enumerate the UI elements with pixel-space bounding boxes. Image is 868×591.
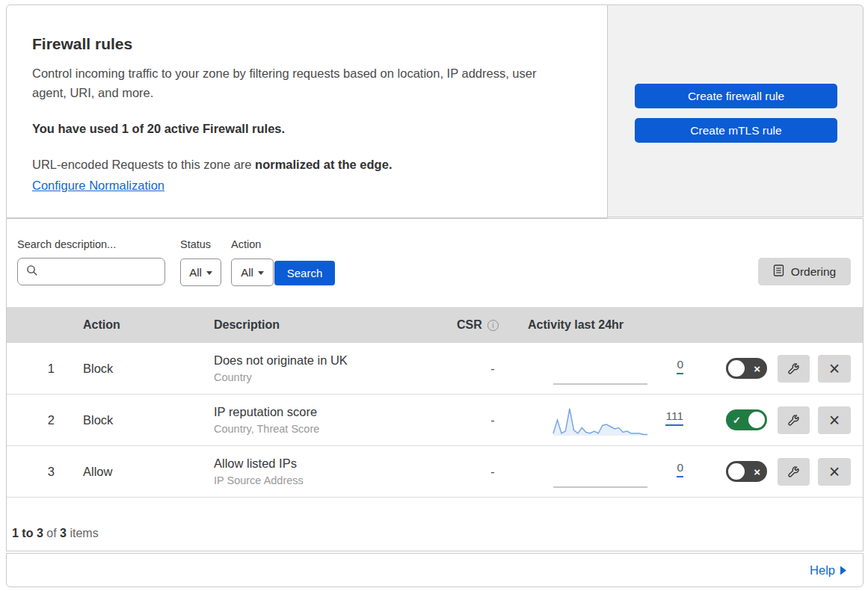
edit-rule-button[interactable] xyxy=(778,406,810,434)
rule-number: 2 xyxy=(35,394,55,446)
rule-fields: IP Source Address xyxy=(214,472,304,489)
delete-rule-button[interactable]: × xyxy=(818,355,851,383)
search-input[interactable] xyxy=(44,265,156,278)
search-box xyxy=(17,258,165,285)
wrench-icon xyxy=(787,362,800,377)
help-bar: Help xyxy=(6,553,864,587)
status-select-value: All xyxy=(189,266,202,279)
overview-card: Firewall rules Control incoming traffic … xyxy=(6,4,608,218)
action-select-value: All xyxy=(241,266,253,279)
rule-csr-value: - xyxy=(478,446,508,498)
column-description: Description xyxy=(214,307,280,343)
rule-number: 1 xyxy=(35,343,55,394)
chevron-down-icon xyxy=(206,271,212,275)
rule-fields: Country, Threat Score xyxy=(214,421,319,437)
configure-normalization-link[interactable]: Configure Normalization xyxy=(32,179,164,193)
normalization-note: URL-encoded Requests to this zone are no… xyxy=(32,158,392,172)
rule-action: Block xyxy=(83,394,113,446)
action-label: Action xyxy=(231,238,261,250)
help-link[interactable]: Help xyxy=(810,563,846,578)
activity-count-link[interactable]: 111 xyxy=(644,409,683,423)
x-icon: × xyxy=(754,466,760,477)
rule-csr-value: - xyxy=(478,394,508,446)
usage-note: You have used 1 of 20 active Firewall ru… xyxy=(32,122,285,136)
rules-table-card: Search description... Status All Action … xyxy=(6,218,864,551)
toggle-knob xyxy=(728,360,745,377)
delete-rule-button[interactable]: × xyxy=(818,406,851,434)
x-icon: × xyxy=(754,363,760,374)
rule-description: Allow listed IPs xyxy=(214,454,304,472)
ordering-button[interactable]: Ordering xyxy=(758,258,851,285)
table-row: 2 Block IP reputation score Country, Thr… xyxy=(7,394,863,446)
toggle-knob xyxy=(728,463,745,480)
rule-csr-value: - xyxy=(478,343,508,394)
table-row: 3 Allow Allow listed IPs IP Source Addre… xyxy=(7,446,863,498)
status-label: Status xyxy=(180,238,211,250)
action-select[interactable]: All xyxy=(231,259,274,286)
status-select[interactable]: All xyxy=(180,259,221,286)
rule-fields: Country xyxy=(214,369,348,386)
actions-panel: Create firewall rule Create mTLS rule xyxy=(608,4,864,217)
column-action: Action xyxy=(83,307,120,343)
column-activity: Activity last 24hr xyxy=(528,307,624,343)
pagination-summary: 1 to 3 of 3 items xyxy=(12,527,99,540)
ordering-icon xyxy=(773,264,784,279)
page-description: Control incoming traffic to your zone by… xyxy=(32,64,572,102)
rule-description-cell: Does not originate in UK Country xyxy=(214,351,348,386)
wrench-icon xyxy=(787,465,800,480)
create-mtls-rule-button[interactable]: Create mTLS rule xyxy=(635,118,837,143)
activity-count-link[interactable]: 0 xyxy=(644,461,683,474)
activity-count-link[interactable]: 0 xyxy=(644,358,683,371)
search-label: Search description... xyxy=(17,238,116,250)
rule-action: Allow xyxy=(83,446,112,498)
rule-description: Does not originate in UK xyxy=(214,351,348,369)
info-icon[interactable]: i xyxy=(487,320,499,331)
activity-sparkline xyxy=(552,403,648,438)
rule-description-cell: IP reputation score Country, Threat Scor… xyxy=(214,403,319,437)
activity-sparkline xyxy=(552,352,648,386)
toggle-knob xyxy=(748,412,765,428)
table-row: 1 Block Does not originate in UK Country… xyxy=(7,343,863,394)
delete-rule-button[interactable]: × xyxy=(818,458,851,486)
close-icon: × xyxy=(829,411,840,430)
edit-rule-button[interactable] xyxy=(778,458,810,486)
close-icon: × xyxy=(829,359,840,378)
rule-action: Block xyxy=(83,343,113,394)
rule-description-cell: Allow listed IPs IP Source Address xyxy=(214,454,304,489)
arrow-right-icon xyxy=(840,566,846,575)
chevron-down-icon xyxy=(258,271,264,275)
check-icon: ✓ xyxy=(733,415,741,425)
help-link-label: Help xyxy=(810,563,835,578)
search-button[interactable]: Search xyxy=(274,261,335,285)
rule-enabled-toggle[interactable]: × xyxy=(726,461,767,482)
rule-description: IP reputation score xyxy=(214,403,319,421)
rule-enabled-toggle[interactable]: ✓ xyxy=(726,409,767,430)
table-header: Action Description CSRi Activity last 24… xyxy=(7,307,863,343)
rule-number: 3 xyxy=(35,446,55,498)
activity-sparkline xyxy=(552,455,648,489)
firewall-rules-page: Firewall rules Control incoming traffic … xyxy=(0,0,868,591)
create-firewall-rule-button[interactable]: Create firewall rule xyxy=(635,84,837,108)
page-title: Firewall rules xyxy=(32,35,132,53)
wrench-icon xyxy=(787,413,800,428)
ordering-button-label: Ordering xyxy=(791,265,836,279)
column-csr: CSRi xyxy=(457,307,499,343)
close-icon: × xyxy=(829,462,840,481)
search-icon xyxy=(26,264,38,279)
edit-rule-button[interactable] xyxy=(778,355,810,383)
rule-enabled-toggle[interactable]: × xyxy=(726,358,767,379)
